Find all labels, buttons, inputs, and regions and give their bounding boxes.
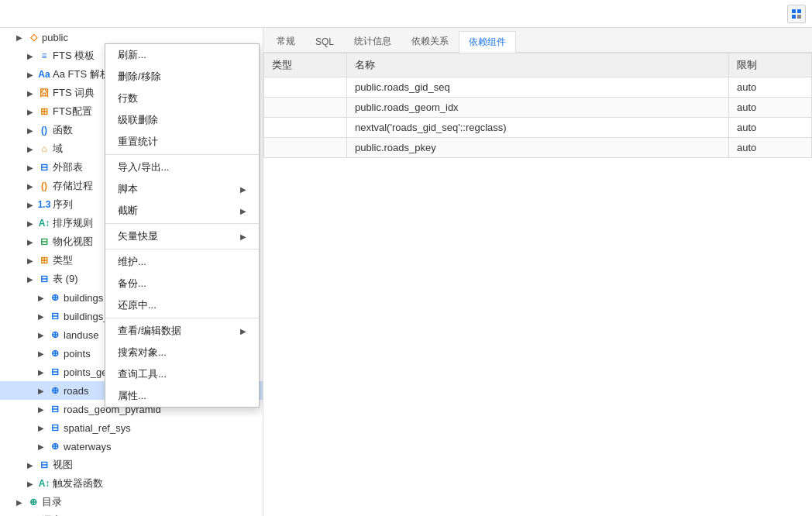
ctx-item-backup[interactable]: 备份... (105, 273, 259, 294)
tree-arrow: ▶ (36, 404, 46, 415)
tree-icon: () (38, 124, 50, 136)
tree-icon: ⊞ (38, 254, 50, 267)
ctx-separator (105, 223, 259, 224)
cell-name: nextval('roads_gid_seq'::regclass) (346, 118, 728, 138)
tree-arrow: ▶ (25, 218, 36, 229)
content-tab-stats[interactable]: 统计信息 (344, 30, 401, 52)
tree-arrow: ▶ (25, 199, 36, 210)
submenu-arrow: ▶ (240, 185, 246, 194)
tree-arrow: ▶ (36, 441, 46, 452)
tab-label: 统计信息 (354, 35, 391, 48)
ctx-separator (105, 249, 259, 249)
tree-icon: Aa (38, 68, 50, 81)
ctx-item-row-count[interactable]: 行数 (105, 88, 259, 109)
tree-label: waterways (64, 441, 263, 452)
ctx-label: 维护... (118, 255, 146, 269)
tree-arrow: ▶ (25, 69, 36, 80)
cell-type (264, 77, 347, 98)
tree-item-views[interactable]: ▶ ⊟ 视图 (0, 456, 263, 474)
tree-label: 目录 (42, 495, 263, 509)
ctx-item-reset-stats[interactable]: 重置统计 (105, 131, 259, 153)
tree-icon: ⊞ (38, 105, 50, 118)
ctx-label: 查看/编辑数据 (118, 324, 181, 338)
ctx-separator (105, 318, 259, 318)
ctx-item-vector-quick[interactable]: 矢量快显▶ (105, 225, 259, 247)
ctx-label: 查询工具... (118, 367, 167, 381)
ctx-item-cascade-delete[interactable]: 级联删除 (105, 109, 259, 131)
browser-icon-button[interactable] (787, 5, 806, 23)
tree-item-spatial-ref[interactable]: ▶ ⊟ spatial_ref_sys (0, 418, 263, 437)
tree-arrow: ▶ (25, 459, 36, 470)
ctx-label: 重置统计 (118, 135, 158, 149)
tree-arrow: ▶ (25, 106, 36, 117)
ctx-item-import-export[interactable]: 导入/导出... (105, 157, 259, 178)
tree-icon: 1.3 (38, 198, 50, 211)
tree-icon: ⊟ (38, 161, 50, 174)
ctx-item-maintain[interactable]: 维护... (105, 251, 259, 273)
ctx-item-truncate[interactable]: 截断▶ (105, 200, 259, 222)
tree-icon: A↕ (38, 217, 50, 229)
ctx-item-restore[interactable]: 还原中... (105, 294, 259, 316)
tree-icon: ⊕ (49, 384, 61, 397)
tree-arrow: ▶ (36, 311, 46, 322)
tree-icon: ⊕ (49, 291, 61, 304)
tree-arrow: ▶ (25, 181, 36, 191)
ctx-item-search-object[interactable]: 搜索对象... (105, 342, 259, 363)
cell-limit: auto (729, 98, 812, 118)
ctx-item-properties[interactable]: 属性... (105, 385, 259, 407)
table-row[interactable]: public.roads_geom_idxauto (264, 98, 812, 118)
cell-name: public.roads_gid_seq (346, 77, 728, 98)
content-tab-deps[interactable]: 依赖关系 (401, 30, 459, 52)
tree-icon: ⌂ (38, 143, 50, 155)
ctx-label: 行数 (118, 91, 138, 105)
submenu-arrow: ▶ (240, 207, 246, 215)
tree-item-catalogs[interactable]: ▶ ⊕ 目录 (0, 493, 263, 511)
tree-label: 触发器函数 (53, 476, 263, 490)
tab-label: 依赖关系 (411, 35, 449, 48)
table-row[interactable]: public.roads_pkeyauto (264, 138, 812, 158)
tree-icon: A↕ (38, 477, 50, 490)
tree-item-languages[interactable]: ▶ ⊕ 语言 (0, 511, 263, 516)
tree-arrow: ▶ (25, 162, 36, 173)
tab-label: SQL (315, 36, 334, 47)
tree-arrow: ▶ (25, 255, 36, 266)
tree-arrow: ▶ (25, 236, 36, 247)
tree-icon: ⊟ (38, 273, 50, 285)
tree-icon: ◇ (27, 31, 40, 43)
table-row[interactable]: public.roads_gid_seqauto (264, 77, 812, 98)
ctx-item-view-edit-data[interactable]: 查看/编辑数据▶ (105, 320, 259, 342)
tree-icon: ⊟ (49, 366, 61, 378)
tree-icon: ≡ (38, 50, 50, 62)
tree-label: spatial_ref_sys (64, 422, 263, 434)
ctx-item-delete-move[interactable]: 删除/移除 (105, 66, 259, 88)
svg-rect-0 (792, 9, 796, 13)
tree-arrow: ▶ (25, 143, 36, 154)
tree-item-triggers[interactable]: ▶ A↕ 触发器函数 (0, 474, 263, 493)
ctx-item-query-tool[interactable]: 查询工具... (105, 363, 259, 385)
tree-label: 视图 (53, 458, 263, 472)
ctx-label: 刷新... (118, 48, 146, 62)
content-tab-dep-components[interactable]: 依赖组件 (459, 31, 516, 53)
tree-icon: ⊟ (49, 421, 61, 434)
cell-type (264, 118, 347, 138)
cell-name: public.roads_geom_idx (346, 98, 728, 118)
tree-arrow: ▶ (14, 32, 25, 43)
tab-label: 依赖组件 (469, 36, 506, 49)
cell-limit: auto (729, 118, 812, 138)
ctx-label: 属性... (118, 389, 146, 403)
cell-limit: auto (729, 138, 812, 158)
svg-rect-1 (797, 9, 801, 13)
svg-rect-3 (797, 15, 801, 19)
tree-icon: ⊕ (49, 440, 61, 452)
tree-arrow: ▶ (25, 50, 36, 61)
tree-item-waterways[interactable]: ▶ ⊕ waterways (0, 437, 263, 456)
tree-arrow: ▶ (36, 422, 46, 433)
dependency-table: 类型名称限制 public.roads_gid_seqautopublic.ro… (263, 53, 812, 516)
ctx-item-refresh[interactable]: 刷新... (105, 44, 259, 66)
tree-arrow: ▶ (36, 329, 46, 340)
ctx-item-scripts[interactable]: 脚本▶ (105, 178, 259, 200)
table-row[interactable]: nextval('roads_gid_seq'::regclass)auto (264, 118, 812, 138)
content-tab-general[interactable]: 常规 (267, 30, 305, 52)
cell-name: public.roads_pkey (346, 138, 728, 158)
content-tab-sql[interactable]: SQL (305, 30, 344, 52)
